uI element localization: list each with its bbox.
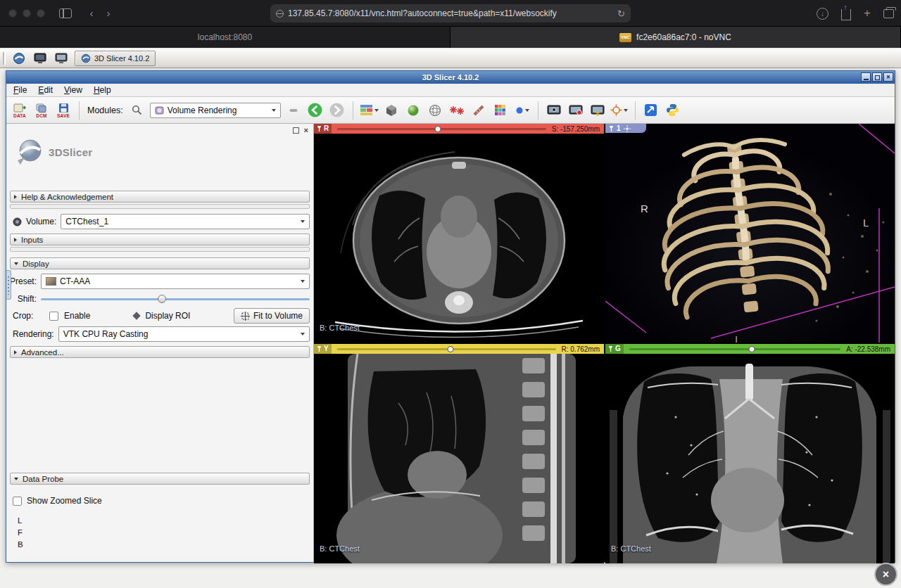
volume-rendering-image[interactable] <box>605 124 895 343</box>
new-tab-button[interactable]: + <box>864 6 871 20</box>
yellow-slice-slider[interactable] <box>337 344 556 354</box>
scene-restore-button[interactable] <box>588 100 607 121</box>
taskbar-display-icon[interactable] <box>32 51 48 66</box>
menu-help[interactable]: Help <box>88 85 117 95</box>
green-slice-offset: A: -22.538mm <box>846 345 895 353</box>
panel-float-icon[interactable] <box>293 127 299 134</box>
taskbar-grip[interactable] <box>3 52 6 65</box>
tab-localhost[interactable]: localhost:8080 <box>0 27 450 48</box>
fit-to-volume-button[interactable]: Fit to Volume <box>234 308 310 324</box>
rendering-selector[interactable]: VTK CPU Ray Casting <box>58 326 310 342</box>
red-slider-handle[interactable] <box>434 126 441 132</box>
tab-novnc[interactable]: VNC fc2e60a86ac7:0 - noVNC <box>450 27 901 48</box>
red-slice-pin[interactable]: R <box>314 124 332 134</box>
taskbar-slicer-icon[interactable] <box>11 51 27 66</box>
section-data-probe[interactable]: Data Probe <box>10 473 310 485</box>
module-search-button[interactable] <box>128 100 146 121</box>
window-close-button[interactable]: × <box>883 72 893 82</box>
slicer-logo: 3DSlicer <box>13 136 92 167</box>
red-slice-slider[interactable] <box>337 124 546 134</box>
green-sphere-icon <box>407 104 420 117</box>
green-slice-view[interactable]: G A: -22.538mm <box>605 344 895 563</box>
dicom-button[interactable]: DCM <box>32 100 51 121</box>
site-icon <box>276 10 284 18</box>
downloads-icon[interactable]: ↓ <box>817 8 828 20</box>
url-bar[interactable]: 137.85.45.7:8080/x11/vnc.html?autoconnec… <box>270 4 631 23</box>
sagittal-ct-image[interactable] <box>314 354 604 563</box>
preset-selector[interactable]: CT-AAA <box>41 274 310 289</box>
yellow-slice-view[interactable]: Y R: 0.762mm <box>314 344 604 563</box>
section-help[interactable]: Help & Acknowledgement <box>10 191 310 203</box>
section-inputs[interactable]: Inputs <box>10 234 310 245</box>
coronal-ct-image[interactable] <box>605 354 895 563</box>
save-button[interactable]: SAVE <box>54 100 73 121</box>
module-forward-button[interactable] <box>328 100 346 121</box>
back-button[interactable]: ‹ <box>84 7 99 19</box>
extensions-icon <box>644 103 657 117</box>
shift-row: Shift: <box>10 293 310 305</box>
shift-slider[interactable] <box>41 293 310 305</box>
volume-selector[interactable]: CTChest_1 <box>61 214 310 229</box>
menu-file[interactable]: File <box>8 85 32 95</box>
reload-button[interactable]: ↻ <box>617 8 625 19</box>
show-zoomed-checkbox[interactable] <box>13 497 22 506</box>
tab-label: localhost:8080 <box>198 32 252 42</box>
fiducial-button[interactable] <box>448 100 466 121</box>
tab-overview-icon[interactable] <box>883 9 894 18</box>
yellow-slice-pin[interactable]: Y <box>314 344 332 354</box>
forward-button[interactable]: › <box>101 7 115 19</box>
minimize-window-button[interactable] <box>23 9 31 18</box>
window-titlebar[interactable]: 3D Slicer 4.10.2 × <box>6 71 895 84</box>
menu-view[interactable]: View <box>58 85 88 95</box>
layout-selector-button[interactable] <box>360 100 379 121</box>
mouse-mode-button[interactable] <box>513 100 531 121</box>
panel-close-icon[interactable]: × <box>304 127 308 134</box>
ruler-icon <box>472 104 485 117</box>
green-slider-handle[interactable] <box>749 346 755 352</box>
taskbar-display2-icon[interactable] <box>53 51 69 66</box>
ruler-button[interactable] <box>470 100 488 121</box>
module-history-button[interactable] <box>284 100 303 121</box>
color-table-button[interactable] <box>491 100 510 121</box>
mesh-view-button[interactable] <box>426 100 444 121</box>
crop-enable-checkbox[interactable] <box>49 312 58 321</box>
share-icon[interactable] <box>841 9 851 20</box>
preset-label: Preset: <box>6 276 41 286</box>
zoom-window-button[interactable] <box>37 9 45 18</box>
crosshair-button[interactable] <box>610 100 629 121</box>
module-selector[interactable]: Volume Rendering <box>150 103 281 118</box>
taskbar-app-button[interactable]: 3D Slicer 4.10.2 <box>75 51 156 66</box>
close-window-button[interactable] <box>8 9 17 18</box>
url-text[interactable]: 137.85.45.7:8080/x11/vnc.html?autoconnec… <box>288 8 613 18</box>
axial-ct-image[interactable] <box>314 134 604 343</box>
forward-arrow-icon <box>329 102 345 118</box>
sidebar-toggle-icon[interactable] <box>59 8 72 18</box>
shift-slider-handle[interactable] <box>158 295 166 303</box>
rendering-row: Rendering: VTK CPU Ray Casting <box>10 326 310 342</box>
green-volume-label: B: CTChest <box>611 544 651 553</box>
screenshot-button[interactable] <box>545 100 563 121</box>
roi-visibility-icon[interactable] <box>133 312 141 319</box>
scene-capture-button[interactable] <box>567 100 585 121</box>
menu-edit[interactable]: Edit <box>32 85 58 95</box>
panel-resize-grip[interactable] <box>6 270 11 300</box>
green-slice-pin[interactable]: G <box>605 344 624 354</box>
window-minimize-button[interactable] <box>861 72 871 82</box>
load-data-button[interactable]: DATA <box>11 100 29 121</box>
threed-view-button[interactable] <box>382 100 401 121</box>
threed-view[interactable]: 1 <box>605 124 895 343</box>
green-slice-slider[interactable] <box>629 344 840 354</box>
section-display[interactable]: Display <box>10 257 310 269</box>
module-back-button[interactable] <box>306 100 325 121</box>
threed-view-bar[interactable]: 1 <box>605 124 646 133</box>
yellow-slider-handle[interactable] <box>448 346 454 352</box>
taskbar-app-label: 3D Slicer 4.10.2 <box>94 54 149 63</box>
novnc-control-button[interactable]: × <box>874 563 897 586</box>
python-console-button[interactable] <box>664 100 682 121</box>
section-advanced[interactable]: Advanced... <box>10 346 310 358</box>
red-slice-view[interactable]: R S: -157.250mm <box>314 124 604 343</box>
center-view-button[interactable] <box>404 100 422 121</box>
window-maximize-button[interactable] <box>872 72 882 82</box>
show-zoomed-row: Show Zoomed Slice <box>10 494 310 507</box>
extensions-button[interactable] <box>642 100 660 121</box>
